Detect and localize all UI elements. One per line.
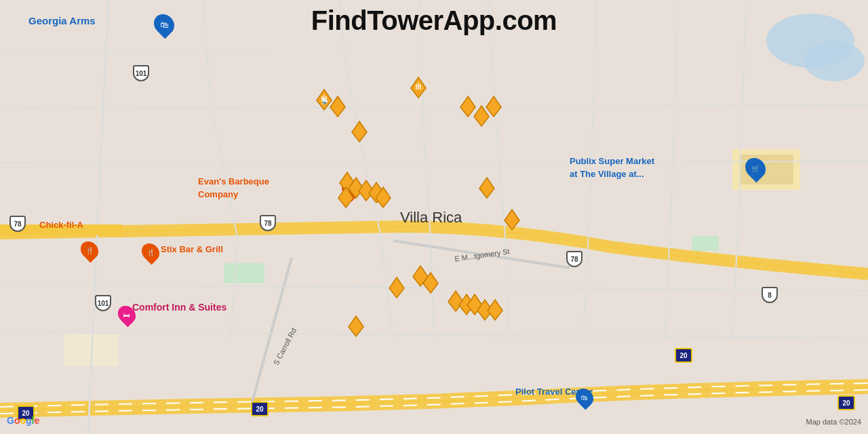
shield-us8: 8 — [762, 287, 778, 303]
shield-us78-right: 78 — [566, 251, 583, 267]
marker-pilot[interactable]: 🛍 — [576, 388, 593, 407]
map-container[interactable]: FindTowerApp.com Villa Rica 🛍 Georgia Ar… — [0, 0, 868, 434]
marker-chick-fil-a[interactable]: 🍴 — [81, 241, 98, 260]
label-georgia-arms[interactable]: Georgia Arms — [28, 15, 96, 27]
label-evans-barbeque[interactable]: Evan's BarbequeCompany — [198, 175, 269, 201]
shield-us101-top: 101 — [133, 65, 149, 81]
label-publix[interactable]: Publix Super Marketat The Village at... — [570, 155, 654, 180]
shield-i20-far-right: 20 — [837, 395, 855, 410]
map-data-copyright: Map data ©2024 — [806, 418, 862, 426]
label-chick-fil-a[interactable]: Chick-fil-A — [39, 218, 83, 231]
svg-point-2 — [804, 41, 865, 81]
marker-evans-barbeque[interactable]: 🍴 — [342, 180, 359, 199]
label-comfort-inn[interactable]: Comfort Inn & Suites — [132, 301, 226, 313]
marker-comfort-inn[interactable]: 🛏 — [119, 305, 135, 324]
svg-rect-3 — [224, 263, 264, 283]
shield-us78-left: 78 — [9, 216, 26, 232]
shield-us101-bottom: 101 — [95, 295, 111, 311]
city-label-villa-rica: Villa Rica — [400, 209, 462, 226]
shield-i20-mid: 20 — [251, 401, 269, 416]
marker-stix[interactable]: 🍴 — [142, 243, 159, 262]
marker-publix[interactable]: 🛒 — [746, 157, 765, 179]
marker-georgia-arms[interactable]: 🛍 — [155, 14, 174, 35]
svg-rect-4 — [692, 236, 719, 251]
shield-i20-right: 20 — [675, 348, 692, 363]
shield-us78-mid: 78 — [260, 215, 276, 231]
google-logo: Google — [7, 415, 39, 426]
label-stix[interactable]: Stix Bar & Grill — [161, 243, 223, 255]
